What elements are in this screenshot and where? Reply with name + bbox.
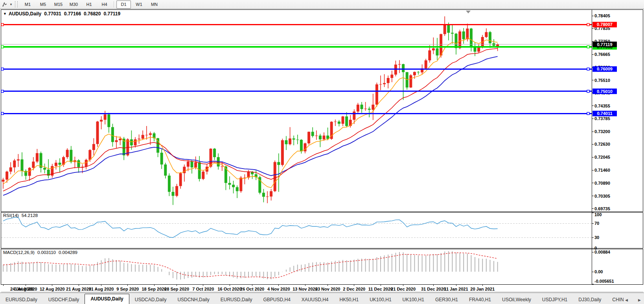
svg-text:7 Oct 2020: 7 Oct 2020 xyxy=(192,287,214,291)
line-anchor-handle xyxy=(1,112,4,115)
tab-dj30-daily[interactable]: DJ30,Daily xyxy=(573,296,607,304)
tab-fra40-h1[interactable]: FRA40,H1 xyxy=(464,296,497,304)
svg-text:31 Dec 2020: 31 Dec 2020 xyxy=(421,287,446,291)
svg-text:0.70890: 0.70890 xyxy=(594,181,610,185)
macd-title: MACD(12,26,9)0.0031100.004289 xyxy=(3,250,77,255)
svg-text:4 Nov 2020: 4 Nov 2020 xyxy=(267,287,290,291)
macd-signal-value: 0.004289 xyxy=(59,250,77,255)
timeframe-button-d1[interactable]: D1 xyxy=(116,0,131,9)
svg-text:0.76665: 0.76665 xyxy=(594,52,610,57)
tab-scroll-nav: ◀ ▶ xyxy=(624,298,644,304)
svg-text:0.00: 0.00 xyxy=(594,269,603,274)
macd-name: MACD(12,26,9) xyxy=(3,250,35,255)
svg-text:100: 100 xyxy=(594,212,602,217)
svg-text:26 Oct 2020: 26 Oct 2020 xyxy=(240,287,264,291)
toolbar-separator xyxy=(114,1,114,7)
macd-main-value: 0.003110 xyxy=(37,250,56,255)
tab-gbpusd-h4[interactable]: GBPUSD,H4 xyxy=(258,296,296,304)
line-anchor-handle xyxy=(1,90,4,93)
svg-text:0.71460: 0.71460 xyxy=(594,168,610,172)
collapse-caret-icon[interactable]: ▼ xyxy=(3,12,7,16)
cursor-tool-icon[interactable] xyxy=(1,1,9,8)
timeframe-button-group: M1M5M15M30H1H4D1W1MN xyxy=(20,0,162,9)
symbol-tabs: EURUSD,DailyUSDCHF,DailyAUDUSD,DailyUSDC… xyxy=(0,293,624,304)
rsi-value: 54.2128 xyxy=(22,213,38,218)
line-anchor-handle xyxy=(587,112,589,115)
tab-usdchf-daily[interactable]: USDCHF,Daily xyxy=(43,296,85,304)
svg-text:12 Aug 2020: 12 Aug 2020 xyxy=(40,287,65,291)
svg-text:13 Nov 2020: 13 Nov 2020 xyxy=(293,287,318,291)
svg-text:11 Jan 2021: 11 Jan 2021 xyxy=(444,287,468,291)
tab-usdjpy-h1[interactable]: USDJPY,H1 xyxy=(537,296,573,304)
line-anchor-handle xyxy=(587,90,589,93)
svg-text:11 Dec 2020: 11 Dec 2020 xyxy=(368,287,393,291)
symbol-label: AUDUSD,Daily xyxy=(9,11,41,17)
dropdown-caret-icon[interactable]: ▼ xyxy=(9,3,13,6)
svg-text:23 Nov 2020: 23 Nov 2020 xyxy=(315,287,340,291)
line-anchor-handle xyxy=(587,23,589,26)
svg-text:2 Dec 2020: 2 Dec 2020 xyxy=(343,287,365,291)
timeframe-button-m5[interactable]: M5 xyxy=(36,0,50,9)
close-value: 0.77119 xyxy=(103,11,120,17)
svg-text:0.74355: 0.74355 xyxy=(594,104,610,108)
svg-text:0.69735: 0.69735 xyxy=(594,206,610,211)
svg-text:21 Dec 2020: 21 Dec 2020 xyxy=(391,287,416,291)
svg-text:0.72630: 0.72630 xyxy=(594,142,610,146)
svg-text:0.72045: 0.72045 xyxy=(594,155,610,159)
svg-text:0.75010: 0.75010 xyxy=(597,89,613,94)
line-anchor-handle xyxy=(587,68,589,70)
svg-text:0.73200: 0.73200 xyxy=(594,129,610,134)
tab-eurusd-daily[interactable]: EURUSD,Daily xyxy=(0,296,43,304)
timeframe-button-h1[interactable]: H1 xyxy=(82,0,96,9)
svg-text:16 Oct 2020: 16 Oct 2020 xyxy=(217,287,241,291)
price-chart-svg[interactable]: 0.784050.778350.772500.766650.760800.755… xyxy=(0,9,644,292)
metatrader-window: { "ui": { "toolbar": { "tool_icon": "cur… xyxy=(0,0,644,304)
svg-text:0.74011: 0.74011 xyxy=(597,111,612,116)
tab-china300-h1[interactable]: CHINA300,H1 xyxy=(607,296,624,304)
toolbar-grip[interactable] xyxy=(15,1,18,7)
timeframe-button-m1[interactable]: M1 xyxy=(20,0,35,9)
tab-uk100-h1[interactable]: UK100,H1 xyxy=(364,296,397,304)
tab-xauusd-h4[interactable]: XAUUSD,H4 xyxy=(296,296,334,304)
svg-text:0.77119: 0.77119 xyxy=(597,42,612,47)
top-toolbar: ▼ M1M5M15M30H1H4D1W1MN xyxy=(0,0,644,9)
current-price-badge: 0.77119 xyxy=(592,42,617,47)
tab-eurusd-daily[interactable]: EURUSD,Daily xyxy=(215,296,258,304)
line-anchor-handle xyxy=(1,46,4,48)
svg-text:0.76009: 0.76009 xyxy=(597,67,613,71)
open-value: 0.77031 xyxy=(44,11,61,17)
tab-scroll-right-icon[interactable]: ▶ xyxy=(638,298,641,302)
chart-ohlc-title: ▼AUDUSD,Daily0.770310.771660.768200.7711… xyxy=(3,11,120,17)
tab-audusd-daily[interactable]: AUDUSD,Daily xyxy=(85,294,129,304)
timeframe-button-mn[interactable]: MN xyxy=(147,0,162,9)
svg-text:0.00884: 0.00884 xyxy=(594,250,611,254)
tab-ger30-h1[interactable]: GER30,H1 xyxy=(430,296,464,304)
rsi-title: RSI(14)54.2128 xyxy=(3,213,38,218)
svg-text:21 Aug 2020: 21 Aug 2020 xyxy=(66,287,91,291)
tab-usoil-weekly[interactable]: USOil,Weekly xyxy=(497,296,537,304)
line-anchor-handle xyxy=(1,23,4,26)
svg-text:0.70305: 0.70305 xyxy=(594,194,610,198)
timeframe-button-m15[interactable]: M15 xyxy=(51,0,66,9)
svg-text:0.73785: 0.73785 xyxy=(594,116,610,121)
timeframe-button-h4[interactable]: H4 xyxy=(97,0,112,9)
svg-text:3 Aug 2020: 3 Aug 2020 xyxy=(15,287,37,291)
tab-hk50-h1[interactable]: HK50,H1 xyxy=(334,296,364,304)
tab-uk100-h1[interactable]: UK100,H1 xyxy=(397,296,430,304)
tab-usdcnh-daily[interactable]: USDCNH,Daily xyxy=(172,296,215,304)
chart-area[interactable]: 0.784050.778350.772500.766650.760800.755… xyxy=(0,9,644,292)
svg-text:31 Aug 2020: 31 Aug 2020 xyxy=(89,287,114,291)
high-value: 0.77166 xyxy=(64,11,81,17)
svg-text:-0.005651: -0.005651 xyxy=(594,279,614,284)
symbol-tab-bar: EURUSD,DailyUSDCHF,DailyAUDUSD,DailyUSDC… xyxy=(0,293,644,304)
tab-usdcad-daily[interactable]: USDCAD,Daily xyxy=(129,296,172,304)
svg-text:28 Sep 2020: 28 Sep 2020 xyxy=(164,287,189,291)
svg-text:18 Sep 2020: 18 Sep 2020 xyxy=(142,287,167,291)
timeframe-button-w1[interactable]: W1 xyxy=(132,0,146,9)
svg-text:0.78007: 0.78007 xyxy=(597,22,613,27)
svg-text:0.78405: 0.78405 xyxy=(594,13,610,18)
rsi-name: RSI(14) xyxy=(3,213,19,218)
timeframe-button-m30[interactable]: M30 xyxy=(66,0,81,9)
tab-scroll-left-icon[interactable]: ◀ xyxy=(625,298,628,302)
line-anchor-handle xyxy=(587,46,589,48)
